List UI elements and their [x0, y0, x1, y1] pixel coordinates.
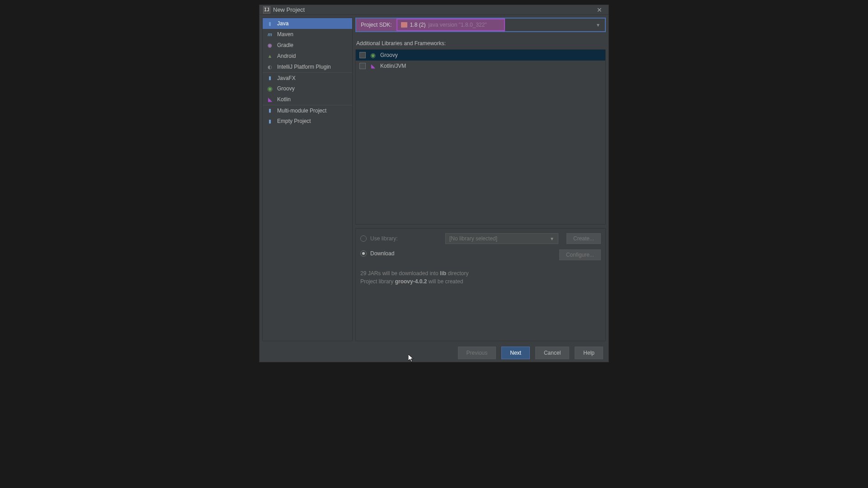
sidebar-item-maven[interactable]: m Maven — [263, 29, 352, 40]
sdk-version-detail: java version "1.8.0_322" — [428, 22, 486, 28]
sdk-label: Project SDK: — [356, 19, 396, 31]
sdk-selector[interactable]: Project SDK: 1.8 (2) java version "1.8.0… — [355, 18, 606, 32]
sidebar-item-intellij-plugin[interactable]: ◐ IntelliJ Platform Plugin — [263, 61, 352, 72]
framework-label: Kotlin/JVM — [380, 63, 406, 69]
sidebar-item-label: Maven — [277, 31, 293, 38]
library-section: Use library: [No library selected] ▼ Cre… — [355, 228, 606, 341]
create-library-button[interactable]: Create... — [566, 233, 601, 244]
sidebar-item-label: Multi-module Project — [277, 108, 326, 114]
framework-label: Groovy — [380, 52, 398, 58]
folder-icon: ▮ — [266, 20, 274, 27]
download-label: Download — [370, 250, 394, 257]
plugin-icon: ◐ — [266, 63, 274, 70]
kotlin-icon: ◣ — [369, 62, 377, 70]
sdk-version: 1.8 (2) — [410, 22, 426, 28]
sidebar-item-label: JavaFX — [277, 75, 296, 81]
maven-icon: m — [266, 31, 274, 38]
framework-item-groovy[interactable]: ◉ Groovy — [356, 50, 605, 61]
sdk-value: 1.8 (2) java version "1.8.0_322" — [396, 19, 505, 31]
android-icon: ▲ — [266, 52, 274, 60]
frameworks-label: Additional Libraries and Frameworks: — [356, 40, 606, 47]
frameworks-list: ◉ Groovy ◣ Kotlin/JVM — [355, 49, 606, 225]
sidebar-item-label: IntelliJ Platform Plugin — [277, 64, 331, 70]
titlebar: IJ New Project ✕ — [259, 5, 609, 15]
framework-item-kotlin[interactable]: ◣ Kotlin/JVM — [356, 61, 605, 71]
sidebar-item-groovy[interactable]: ◉ Groovy — [263, 83, 352, 94]
sidebar-item-android[interactable]: ▲ Android — [263, 51, 352, 61]
sidebar-item-label: Groovy — [277, 85, 295, 92]
javafx-icon: ▮ — [266, 75, 274, 82]
chevron-down-icon: ▼ — [550, 236, 554, 241]
sidebar-item-label: Gradle — [277, 42, 293, 48]
sidebar-item-label: Empty Project — [277, 118, 311, 124]
dialog-footer: Previous Next Cancel Help — [259, 344, 609, 362]
new-project-dialog: IJ New Project ✕ ▮ Java m Maven ◉ Gradle… — [259, 5, 609, 362]
configure-button[interactable]: Configure... — [559, 249, 601, 260]
sidebar-item-label: Android — [277, 53, 296, 59]
main-panel: Project SDK: 1.8 (2) java version "1.8.0… — [355, 18, 606, 341]
folder-icon: ▮ — [266, 107, 274, 114]
sidebar-item-gradle[interactable]: ◉ Gradle — [263, 40, 352, 51]
gradle-icon: ◉ — [266, 42, 274, 49]
library-dropdown[interactable]: [No library selected] ▼ — [445, 233, 558, 244]
sidebar-item-multimodule[interactable]: ▮ Multi-module Project — [263, 105, 352, 116]
sidebar-item-kotlin[interactable]: ◣ Kotlin — [263, 94, 352, 105]
folder-icon: ▮ — [266, 117, 274, 125]
previous-button: Previous — [458, 347, 496, 359]
next-button[interactable]: Next — [501, 347, 530, 359]
checkbox[interactable] — [359, 63, 366, 69]
window-title: New Project — [273, 6, 594, 13]
groovy-icon: ◉ — [266, 85, 274, 92]
sidebar-item-empty[interactable]: ▮ Empty Project — [263, 116, 352, 127]
groovy-icon: ◉ — [369, 52, 377, 59]
close-button[interactable]: ✕ — [594, 5, 605, 14]
radio-use-library[interactable] — [360, 235, 367, 242]
project-type-sidebar: ▮ Java m Maven ◉ Gradle ▲ Android ◐ Inte… — [262, 18, 353, 341]
chevron-down-icon: ▼ — [596, 23, 600, 28]
checkbox[interactable] — [359, 52, 366, 58]
app-icon: IJ — [263, 6, 270, 14]
download-info: 29 JARs will be downloaded into lib dire… — [360, 269, 601, 286]
sidebar-item-javafx[interactable]: ▮ JavaFX — [263, 72, 352, 83]
use-library-row[interactable]: Use library: [No library selected] ▼ Cre… — [360, 233, 601, 244]
use-library-label: Use library: — [370, 235, 398, 242]
help-button[interactable]: Help — [575, 347, 603, 359]
kotlin-icon: ◣ — [266, 96, 274, 103]
sidebar-item-label: Java — [277, 20, 288, 27]
cancel-button[interactable]: Cancel — [535, 347, 569, 359]
sidebar-item-label: Kotlin — [277, 96, 291, 103]
sidebar-item-java[interactable]: ▮ Java — [263, 18, 352, 29]
folder-icon — [401, 22, 407, 28]
